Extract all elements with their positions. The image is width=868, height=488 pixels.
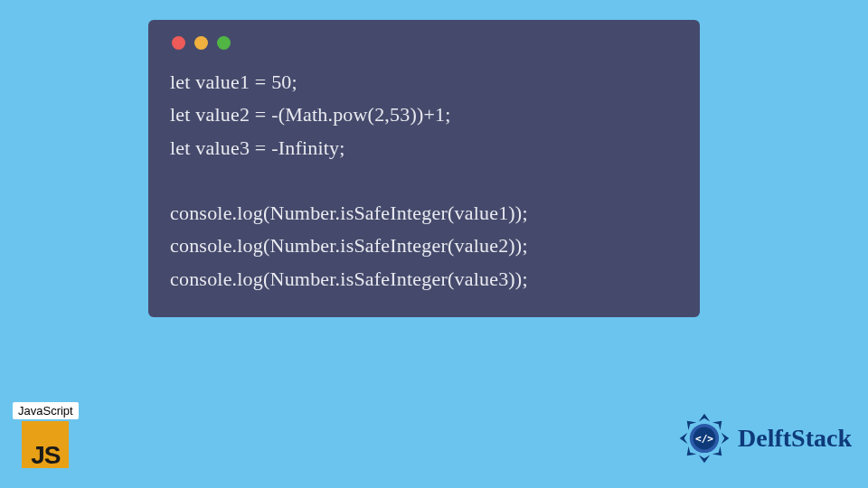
delftstack-text: DelftStack bbox=[738, 424, 852, 453]
window-minimize-icon bbox=[194, 36, 208, 50]
delftstack-logo-icon: </> bbox=[676, 410, 732, 466]
javascript-badge: JavaScript JS bbox=[13, 402, 79, 468]
window-close-icon bbox=[172, 36, 185, 50]
window-traffic-lights bbox=[170, 36, 678, 50]
javascript-label: JavaScript bbox=[13, 402, 79, 419]
javascript-logo-icon: JS bbox=[22, 421, 69, 468]
code-window: let value1 = 50; let value2 = -(Math.pow… bbox=[148, 20, 700, 317]
svg-text:</>: </> bbox=[695, 433, 713, 445]
javascript-logo-text: JS bbox=[31, 441, 60, 470]
code-block: let value1 = 50; let value2 = -(Math.pow… bbox=[170, 66, 678, 296]
delftstack-badge: </> DelftStack bbox=[676, 410, 852, 466]
window-maximize-icon bbox=[217, 36, 231, 50]
